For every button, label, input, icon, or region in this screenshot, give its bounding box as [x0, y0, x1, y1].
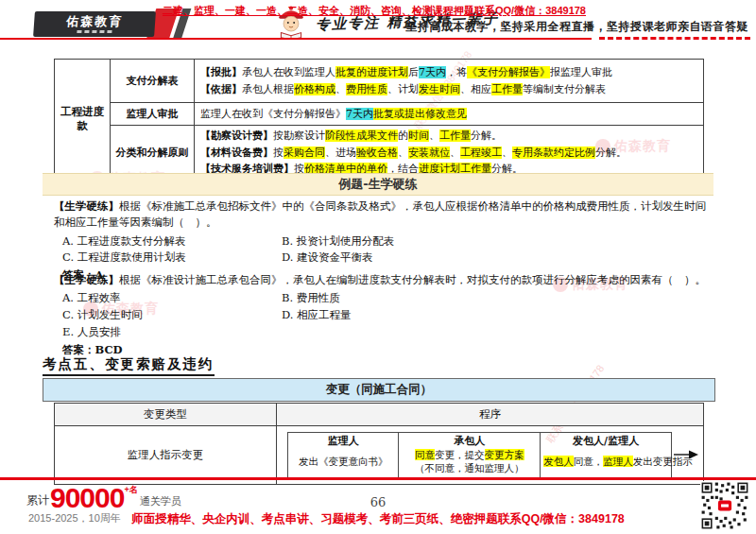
flowchart: 监理人 发出《变更意向书》 承包人 同意变更，提交变更方案 （不同意，通知监理人… [278, 427, 702, 483]
change-type-cell: 监理人指示变更 [55, 426, 277, 485]
flow-desc: 发包人同意，监理人发出变更指示 [543, 455, 668, 468]
question-options: A. 工程效率 B. 费用性质 C. 计划发生时间 D. 相应工程量 E. 人员… [54, 290, 708, 340]
flow-step-supervisor: 监理人 发出《变更意向书》 [288, 433, 399, 477]
logo-subtext-decoration [77, 30, 112, 33]
question-block: 【生学硬练】根据《标准设计施工总承包合同》，承包人在编制进度款支付分解表时，对拟… [54, 272, 708, 357]
flow-step-employer: 发包人/监理人 发包人同意，监理人发出变更指示 [541, 433, 671, 477]
table-row-label: 支付分解表 [111, 60, 195, 103]
flow-role: 承包人 [402, 435, 537, 448]
flow-role: 监理人 [291, 435, 395, 448]
column-header-change-type: 变更类型 [55, 404, 277, 426]
brand-logo-text: 佑森教育 [66, 15, 124, 27]
table-group-label: 工程进度款 [55, 60, 111, 181]
table-header-row: 变更类型 程序 [55, 404, 704, 426]
question-stem: 【生学硬练】根据《标准设计施工总承包合同》，承包人在编制进度款支付分解表时，对拟… [54, 272, 708, 288]
option-a: A. 工程效率 [62, 290, 282, 307]
qr-code [700, 481, 749, 530]
header-courses-line: 二建、监理、一建、一造、二造、安全、消防、咨询、检测课程押题联系QQ/微信：38… [163, 4, 586, 18]
table-row: 监理人指示变更 监理人 发出《变更意向书》 承包人 同意变更，提交变更方案 （不… [55, 426, 704, 485]
option-b: B. 费用性质 [282, 290, 708, 307]
footer-promo-line: 师面授精华、央企内训、考点串讲、习题模考、考前三页纸、绝密押题联系QQ/微信：3… [57, 511, 699, 527]
flow-steps: 监理人 发出《变更意向书》 承包人 同意变更，提交变更方案 （不同意，通知监理人… [287, 432, 672, 478]
table-line: 【报批】承包人在收到监理人批复的进度计划后7天内，将《支付分解报告》报监理人审批 [200, 64, 697, 81]
flow-role: 发包人/监理人 [543, 435, 668, 448]
option-c: C. 计划发生时间 [62, 307, 282, 324]
table-line: 【依据】承包人根据价格构成、费用性质、计划发生时间、相应工作量等编制支付分解表 [200, 81, 697, 98]
table-cell: 【报批】承包人在收到监理人批复的进度计划后7天内，将《支付分解报告》报监理人审批… [195, 60, 704, 103]
table-cell: 【勘察设计费】按勘察设计阶段性成果文件的时间、工作量分解。 【材料设备费】按采购… [195, 126, 704, 181]
table-line: 监理人在收到《支付分解报告》7天内批复或提出修改意见 [200, 106, 697, 123]
flow-desc: 发出《变更意向书》 [291, 455, 395, 468]
table-row: 工程进度款 支付分解表 【报批】承包人在收到监理人批复的进度计划后7天内，将《支… [55, 60, 704, 103]
option-a: A. 工程进度款支付分解表 [62, 233, 282, 250]
question-options: A. 工程进度款支付分解表 B. 投资计划使用分配表 C. 工程进度款使用计划表… [54, 233, 708, 267]
option-b: B. 投资计划使用分配表 [282, 233, 708, 250]
change-banner: 变更（同施工合同） [43, 378, 715, 402]
table-cell: 监理人在收到《支付分解报告》7天内批复或提出修改意见 [195, 103, 704, 126]
flow-desc: 同意变更，提交变更方案 [402, 448, 537, 461]
option-d: D. 建设资金平衡表 [282, 250, 708, 267]
table-row-label: 监理人审批 [111, 103, 195, 126]
option-e: E. 人员安排 [62, 324, 282, 341]
table-row: 分类和分解原则 【勘察设计费】按勘察设计阶段性成果文件的时间、工作量分解。 【材… [55, 126, 704, 181]
header-rule-solid [0, 38, 592, 40]
table-row-label: 分类和分解原则 [111, 126, 195, 181]
flow-arrow-icon [674, 449, 698, 460]
example-banner: 例题-生学硬练 [43, 173, 713, 196]
header-promise-line: 坚持高成本教学，坚持采用全程直播，坚持授课老师亲自语音答疑 [406, 19, 749, 35]
page-number: 66 [0, 495, 756, 509]
brand-logo: 佑森教育 [33, 11, 156, 37]
option-d: D. 相应工程量 [282, 307, 708, 324]
procedure-cell: 监理人 发出《变更意向书》 承包人 同意变更，提交变更方案 （不同意，通知监理人… [277, 426, 704, 485]
flow-desc: （不同意，通知监理人） [402, 461, 537, 474]
document-page: 佑森教育 专业专注 精益求精一辈子 二建、监理、一建、一造、二造、安全、消防、咨… [0, 0, 756, 534]
change-procedure-table: 变更类型 程序 监理人指示变更 监理人 发出《变更意向书》 承包人 同意变更， [54, 403, 704, 485]
question-stem: 【生学硬练】根据《标准施工总承包招标文件》中的《合同条款及格式》，承包人应根据价… [54, 198, 708, 232]
table-row: 监理人审批 监理人在收到《支付分解报告》7天内批复或提出修改意见 [55, 103, 704, 126]
table-line: 【材料设备费】按采购合同、进场验收合格、安装就位、工程竣工、专用条款约定比例分解… [200, 145, 697, 162]
column-header-procedure: 程序 [277, 404, 704, 426]
question-block: 【生学硬练】根据《标准施工总承包招标文件》中的《合同条款及格式》，承包人应根据价… [54, 198, 708, 283]
table-line: 【勘察设计费】按勘察设计阶段性成果文件的时间、工作量分解。 [200, 128, 697, 145]
option-c: C. 工程进度款使用计划表 [62, 250, 282, 267]
header-rule-dashed [599, 37, 750, 40]
section-title: 考点五、变更索赔及违约 [43, 355, 215, 376]
progress-payment-table: 工程进度款 支付分解表 【报批】承包人在收到监理人批复的进度计划后7天内，将《支… [54, 59, 704, 181]
footer-divider-line [0, 477, 756, 480]
flow-step-contractor: 承包人 同意变更，提交变更方案 （不同意，通知监理人） [399, 433, 541, 477]
